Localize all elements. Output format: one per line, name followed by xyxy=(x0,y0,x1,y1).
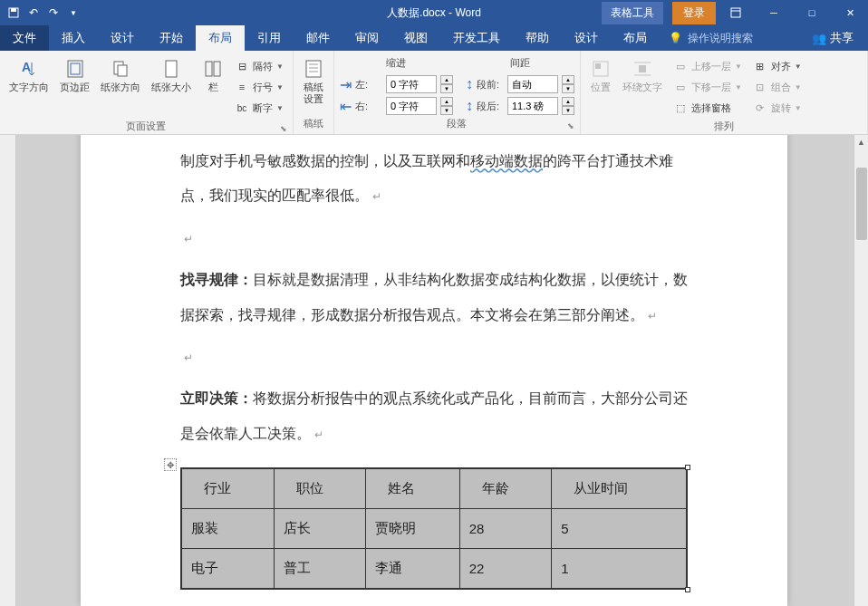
tab-review[interactable]: 审阅 xyxy=(342,25,391,51)
undo-icon[interactable]: ↶ xyxy=(27,6,40,19)
svg-rect-10 xyxy=(206,62,212,76)
table-move-handle[interactable]: ✥ xyxy=(164,458,177,471)
margins-icon xyxy=(64,58,86,80)
text-direction-icon: A xyxy=(18,58,40,80)
tell-me-search[interactable]: 💡 操作说明搜索 xyxy=(660,25,762,51)
spacing-after-input[interactable] xyxy=(507,97,558,115)
ribbon-options-icon[interactable] xyxy=(718,0,754,25)
maximize-icon[interactable]: □ xyxy=(794,0,830,25)
align-button[interactable]: ⊞ 对齐 ▼ xyxy=(749,56,805,76)
paragraph-blank-1[interactable]: ↵ xyxy=(180,221,688,255)
line-numbers-icon: ≡ xyxy=(235,80,249,94)
table-cell[interactable]: 李通 xyxy=(366,549,459,590)
dialog-launcher-icon[interactable]: ⬊ xyxy=(567,121,574,130)
send-backward-button[interactable]: ▭ 下移一层 ▼ xyxy=(670,77,746,97)
tab-table-layout[interactable]: 布局 xyxy=(611,25,660,51)
table-row[interactable]: 电子 普工 李通 22 1 xyxy=(181,549,687,590)
group-paragraph: 缩进 ⇥ 左: ▲▼ ⇤ 右: ▲▼ 间距 ↕ 段前: xyxy=(334,51,581,134)
table-header-cell[interactable]: 行业 xyxy=(181,468,274,509)
size-icon xyxy=(160,58,182,80)
paragraph-1[interactable]: 制度对手机号敏感数据的控制，以及互联网和移动端数据的跨平台打通技术难点，我们现实… xyxy=(180,144,688,214)
rotate-icon: ⟳ xyxy=(753,101,767,115)
indent-left-spinner[interactable]: ▲▼ xyxy=(440,75,453,93)
table-cell[interactable]: 普工 xyxy=(274,549,366,590)
scrollbar-thumb[interactable] xyxy=(856,168,867,240)
columns-button[interactable]: 栏 xyxy=(198,56,227,95)
tab-developer[interactable]: 开发工具 xyxy=(440,25,513,51)
minimize-icon[interactable]: ─ xyxy=(756,0,792,25)
table-resize-handle[interactable] xyxy=(685,465,690,470)
selection-pane-button[interactable]: ⬚ 选择窗格 xyxy=(670,98,746,118)
tab-table-design[interactable]: 设计 xyxy=(562,25,611,51)
table-cell[interactable]: 28 xyxy=(459,509,552,549)
tab-view[interactable]: 视图 xyxy=(391,25,440,51)
margins-button[interactable]: 页边距 xyxy=(56,56,93,95)
wrap-label: 环绕文字 xyxy=(622,82,662,93)
table-cell[interactable]: 22 xyxy=(459,549,552,590)
scroll-up-icon[interactable]: ▲ xyxy=(854,135,868,149)
indent-left-input[interactable] xyxy=(386,75,437,93)
table-cell[interactable]: 店长 xyxy=(274,509,366,549)
save-icon[interactable] xyxy=(7,6,20,19)
share-button[interactable]: 👥 共享 xyxy=(797,25,868,51)
tab-help[interactable]: 帮助 xyxy=(513,25,562,51)
tab-file[interactable]: 文件 xyxy=(0,25,49,51)
send-backward-label: 下移一层 xyxy=(691,81,731,94)
rotate-button[interactable]: ⟳ 旋转 ▼ xyxy=(749,98,805,118)
manuscript-settings-button[interactable]: 稿纸设置 稿纸设置 xyxy=(299,56,328,107)
svg-rect-6 xyxy=(71,63,80,74)
table-cell[interactable]: 电子 xyxy=(181,549,274,590)
table-header-cell[interactable]: 姓名 xyxy=(366,468,459,509)
breaks-button[interactable]: ⊟ 隔符 ▼ xyxy=(231,56,287,76)
table-header-cell[interactable]: 年龄 xyxy=(459,468,552,509)
paragraph-3[interactable]: 立即决策：将数据分析报告中的观点系统化或产品化，目前而言，大部分公司还是会依靠人… xyxy=(180,381,688,451)
spacing-after-spinner[interactable]: ▲▼ xyxy=(562,97,574,115)
table-header-cell[interactable]: 职位 xyxy=(274,468,366,509)
indent-right-spinner[interactable]: ▲▼ xyxy=(440,97,453,115)
tab-mail[interactable]: 邮件 xyxy=(294,25,342,51)
spacing-before-input[interactable] xyxy=(507,75,558,93)
bring-forward-button[interactable]: ▭ 上移一层 ▼ xyxy=(670,56,746,76)
page[interactable]: 制度对手机号敏感数据的控制，以及互联网和移动端数据的跨平台打通技术难点，我们现实… xyxy=(81,135,787,606)
table-row[interactable]: 服装 店长 贾晓明 28 5 xyxy=(181,509,687,549)
spacing-before-spinner[interactable]: ▲▼ xyxy=(562,75,574,93)
data-table[interactable]: 行业 职位 姓名 年龄 从业时间 服装 店长 贾晓明 28 5 电子 普工 李通 xyxy=(180,467,688,590)
text-direction-button[interactable]: A 文字方向 xyxy=(5,56,53,95)
login-button[interactable]: 登录 xyxy=(672,2,716,24)
share-label: 共享 xyxy=(830,30,854,46)
indent-right-icon: ⇤ xyxy=(340,98,352,115)
close-icon[interactable]: ✕ xyxy=(832,0,868,25)
redo-icon[interactable]: ↷ xyxy=(47,6,60,19)
wrap-button[interactable]: 环绕文字 xyxy=(619,56,666,95)
svg-rect-1 xyxy=(11,8,16,12)
tab-design[interactable]: 设计 xyxy=(98,25,147,51)
vertical-ruler[interactable] xyxy=(0,135,16,606)
table-cell[interactable]: 贾晓明 xyxy=(366,509,459,549)
group-objects-button[interactable]: ⊡ 组合 ▼ xyxy=(749,77,805,97)
chevron-down-icon: ▼ xyxy=(276,83,284,91)
orientation-button[interactable]: 纸张方向 xyxy=(97,56,144,95)
dialog-launcher-icon[interactable]: ⬊ xyxy=(280,124,287,133)
position-button[interactable]: 位置 xyxy=(586,56,615,95)
bring-forward-label: 上移一层 xyxy=(691,60,731,73)
tab-layout[interactable]: 布局 xyxy=(196,25,245,51)
table-cell[interactable]: 服装 xyxy=(181,509,274,549)
table-resize-handle[interactable] xyxy=(685,587,690,592)
size-button[interactable]: 纸张大小 xyxy=(148,56,195,95)
table-cell[interactable]: 1 xyxy=(552,549,687,590)
vertical-scrollbar[interactable]: ▲ xyxy=(854,135,868,606)
tab-references[interactable]: 引用 xyxy=(245,25,294,51)
hyphenation-button[interactable]: bc 断字 ▼ xyxy=(231,98,287,118)
manuscript-icon xyxy=(303,58,324,80)
paragraph-2[interactable]: 找寻规律：目标就是数据清理，从非结构化数据变成结构化数据，以便统计，数据探索，找… xyxy=(180,263,688,332)
indent-right-input[interactable] xyxy=(386,97,437,115)
table-cell[interactable]: 5 xyxy=(552,509,687,549)
qat-more-icon[interactable]: ▼ xyxy=(67,6,80,19)
paragraph-blank-2[interactable]: ↵ xyxy=(180,340,688,374)
tab-home[interactable]: 开始 xyxy=(147,25,196,51)
svg-rect-9 xyxy=(166,61,177,77)
table-header-row[interactable]: 行业 职位 姓名 年龄 从业时间 xyxy=(181,468,687,509)
tab-insert[interactable]: 插入 xyxy=(49,25,98,51)
line-numbers-button[interactable]: ≡ 行号 ▼ xyxy=(231,77,287,97)
table-header-cell[interactable]: 从业时间 xyxy=(552,468,687,509)
